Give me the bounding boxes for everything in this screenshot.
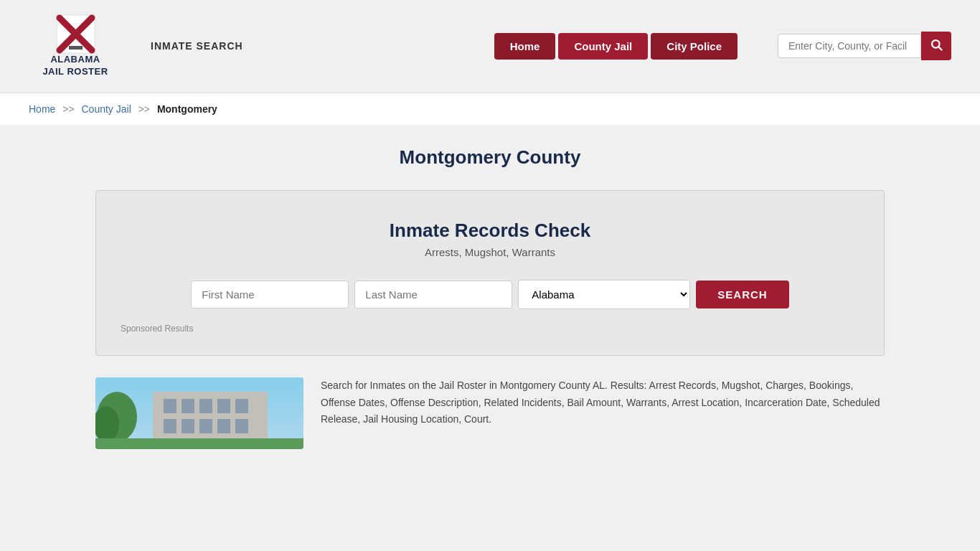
sponsored-label: Sponsored Results [118, 324, 862, 334]
svg-rect-19 [235, 419, 248, 433]
site-header: ALABAMA JAIL ROSTER INMATE SEARCH Home C… [0, 0, 980, 93]
svg-rect-11 [182, 399, 194, 413]
nav-county-jail-button[interactable]: County Jail [558, 33, 648, 60]
first-name-input[interactable] [191, 281, 349, 309]
records-check-box: Inmate Records Check Arrests, Mugshot, W… [95, 190, 885, 356]
bottom-section: Search for Inmates on the Jail Roster in… [95, 377, 885, 449]
breadcrumb: Home >> County Jail >> Montgomery [0, 93, 980, 125]
svg-rect-16 [182, 419, 194, 433]
svg-rect-17 [199, 419, 212, 433]
nav-buttons: Home County Jail City Police [494, 33, 738, 60]
records-title: Inmate Records Check [118, 220, 862, 242]
svg-rect-20 [95, 438, 303, 449]
svg-line-5 [938, 47, 941, 50]
breadcrumb-sep2: >> [138, 103, 150, 115]
header-search-button[interactable] [921, 32, 951, 60]
main-content: Montgomery County Inmate Records Check A… [67, 146, 913, 449]
inmate-search-label: INMATE SEARCH [151, 40, 243, 52]
svg-rect-10 [164, 399, 176, 413]
logo-area: ALABAMA JAIL ROSTER [29, 14, 122, 78]
records-search-button[interactable]: SEARCH [696, 281, 788, 309]
logo-icon [56, 14, 95, 54]
header-search-input[interactable] [778, 34, 921, 58]
logo-text: ALABAMA JAIL ROSTER [42, 54, 108, 78]
breadcrumb-sep1: >> [62, 103, 74, 115]
svg-rect-13 [217, 399, 230, 413]
svg-rect-14 [235, 399, 248, 413]
breadcrumb-home-link[interactable]: Home [29, 103, 55, 115]
records-subtitle: Arrests, Mugshot, Warrants [118, 246, 862, 258]
last-name-input[interactable] [354, 281, 512, 309]
svg-rect-12 [199, 399, 212, 413]
building-image [95, 377, 303, 449]
state-select[interactable]: Alabama Alaska Arizona Arkansas Californ… [518, 280, 690, 309]
breadcrumb-county-jail-link[interactable]: County Jail [82, 103, 131, 115]
description-text: Search for Inmates on the Jail Roster in… [321, 377, 885, 428]
records-form: Alabama Alaska Arizona Arkansas Californ… [118, 280, 862, 309]
svg-rect-15 [164, 419, 176, 433]
svg-rect-18 [217, 419, 230, 433]
nav-city-police-button[interactable]: City Police [651, 33, 738, 60]
page-title: Montgomery County [95, 146, 885, 169]
breadcrumb-current: Montgomery [157, 103, 217, 115]
svg-rect-3 [69, 46, 83, 50]
nav-home-button[interactable]: Home [494, 33, 556, 60]
header-search-bar [778, 32, 951, 60]
